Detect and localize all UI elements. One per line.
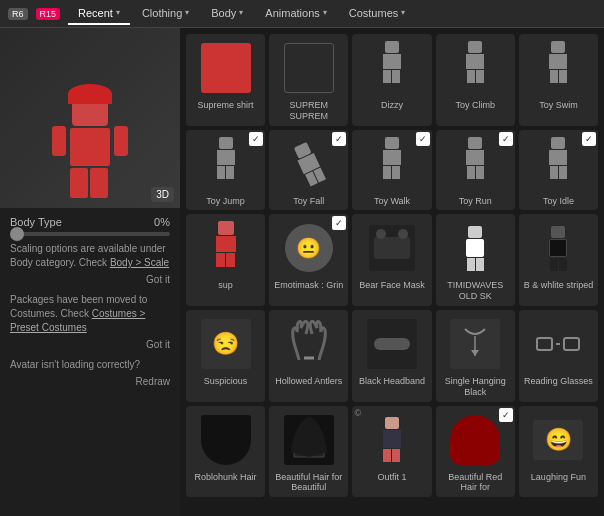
top-nav: R6 R15 Recent ▾ Clothing ▾ Body ▾ Animat… bbox=[0, 0, 604, 28]
item-label: Toy Jump bbox=[206, 196, 245, 207]
avatar-legs bbox=[70, 168, 110, 198]
item-label: Laughing Fun bbox=[531, 472, 586, 483]
avatar-arm-left bbox=[52, 126, 66, 156]
avatar-leg-right bbox=[90, 168, 108, 198]
got-it-button-2[interactable]: Got it bbox=[10, 339, 170, 350]
item-thumbnail bbox=[196, 218, 256, 278]
item-label: sup bbox=[218, 280, 233, 291]
item-toy-fall[interactable]: ✓ Toy Fall bbox=[269, 130, 348, 211]
right-panel[interactable]: Supreme shirtSUPREM SUPREM Dizzy Toy Cli… bbox=[180, 28, 604, 516]
item-thumbnail bbox=[362, 410, 422, 470]
chevron-down-icon: ▾ bbox=[185, 8, 189, 17]
item-sup[interactable]: sup bbox=[186, 214, 265, 306]
item-laughing-fun[interactable]: 😄Laughing Fun bbox=[519, 406, 598, 498]
slider-thumb bbox=[10, 227, 24, 241]
tab-costumes[interactable]: Costumes ▾ bbox=[339, 3, 416, 25]
avatar-preview: 3D bbox=[0, 28, 180, 208]
item-thumbnail bbox=[445, 134, 505, 194]
item-thumbnail bbox=[528, 218, 588, 278]
item-supreme-shirt[interactable]: Supreme shirt bbox=[186, 34, 265, 126]
item-label: Black Headband bbox=[359, 376, 425, 387]
item-bear-face-mask[interactable]: Bear Face Mask bbox=[352, 214, 431, 306]
item-thumbnail bbox=[528, 38, 588, 98]
item-label: SUPREM SUPREM bbox=[273, 100, 344, 122]
avatar-error-text: Avatar isn't loading correctly? bbox=[10, 358, 170, 372]
item-toy-run[interactable]: ✓ Toy Run bbox=[436, 130, 515, 211]
item-label: Toy Swim bbox=[539, 100, 578, 111]
avatar-leg-left bbox=[70, 168, 88, 198]
item-label: Emotimask : Grin bbox=[274, 280, 343, 291]
item-reading-glasses[interactable]: Reading Glasses bbox=[519, 310, 598, 402]
item-thumbnail bbox=[362, 134, 422, 194]
item-thumbnail bbox=[196, 38, 256, 98]
avatar-hair bbox=[68, 84, 112, 104]
left-panel: 3D Body Type 0% Scaling options are avai… bbox=[0, 28, 180, 516]
item-thumbnail: 😒 bbox=[196, 314, 256, 374]
item-beautiful-red-hair[interactable]: ✓Beautiful Red Hair for bbox=[436, 406, 515, 498]
item-label: Reading Glasses bbox=[524, 376, 593, 387]
body-type-pct: 0% bbox=[154, 216, 170, 228]
item-label: Hollowed Antlers bbox=[275, 376, 342, 387]
item-thumbnail bbox=[362, 38, 422, 98]
scale-info-text: Scaling options are available under Body… bbox=[10, 242, 170, 270]
item-label: Suspicious bbox=[204, 376, 248, 387]
avatar-head bbox=[72, 92, 108, 126]
item-label: Outfit 1 bbox=[377, 472, 406, 483]
item-outfit-1[interactable]: © Outfit 1 bbox=[352, 406, 431, 498]
got-it-button-1[interactable]: Got it bbox=[10, 274, 170, 285]
item-beautiful-hair[interactable]: Beautiful Hair for Beautiful bbox=[269, 406, 348, 498]
item-label: TIMIDWAVES OLD SK bbox=[440, 280, 511, 302]
item-dizzy[interactable]: Dizzy bbox=[352, 34, 431, 126]
item-label: Beautiful Hair for Beautiful bbox=[273, 472, 344, 494]
body-type-slider[interactable] bbox=[10, 232, 170, 236]
tab-body[interactable]: Body ▾ bbox=[201, 3, 253, 25]
item-label: Supreme shirt bbox=[198, 100, 254, 111]
item-thumbnail bbox=[528, 314, 588, 374]
item-suprem-suprem[interactable]: SUPREM SUPREM bbox=[269, 34, 348, 126]
item-label: Roblohunk Hair bbox=[195, 472, 257, 483]
tab-recent[interactable]: Recent ▾ bbox=[68, 3, 130, 25]
item-thumbnail bbox=[445, 410, 505, 470]
svg-marker-2 bbox=[471, 350, 479, 356]
item-hollowed-antlers[interactable]: Hollowed Antlers bbox=[269, 310, 348, 402]
avatar-arms bbox=[52, 126, 128, 156]
chevron-down-icon: ▾ bbox=[239, 8, 243, 17]
item-toy-idle[interactable]: ✓ Toy Idle bbox=[519, 130, 598, 211]
left-info: Body Type 0% Scaling options are availab… bbox=[0, 208, 180, 395]
item-label: B & whlite striped bbox=[524, 280, 594, 291]
body-scale-link[interactable]: Body > Scale bbox=[110, 257, 169, 268]
item-thumbnail bbox=[196, 410, 256, 470]
avatar-torso bbox=[70, 128, 110, 166]
item-label: Dizzy bbox=[381, 100, 403, 111]
item-b-white-striped[interactable]: B & whlite striped bbox=[519, 214, 598, 306]
item-single-hanging-black[interactable]: Single Hanging Black bbox=[436, 310, 515, 402]
item-black-headband[interactable]: Black Headband bbox=[352, 310, 431, 402]
3d-badge[interactable]: 3D bbox=[151, 187, 174, 202]
item-roblohunk-hair[interactable]: Roblohunk Hair bbox=[186, 406, 265, 498]
item-thumbnail bbox=[362, 218, 422, 278]
item-thumbnail bbox=[279, 410, 339, 470]
item-thumbnail: 😄 bbox=[528, 410, 588, 470]
tab-animations[interactable]: Animations ▾ bbox=[255, 3, 336, 25]
tab-clothing[interactable]: Clothing ▾ bbox=[132, 3, 199, 25]
item-thumbnail bbox=[445, 314, 505, 374]
avatar-arm-right bbox=[114, 126, 128, 156]
item-emotimask-grin[interactable]: ✓😐Emotimask : Grin bbox=[269, 214, 348, 306]
item-label: Bear Face Mask bbox=[359, 280, 425, 291]
items-grid: Supreme shirtSUPREM SUPREM Dizzy Toy Cli… bbox=[186, 34, 598, 497]
item-timidwaves-old[interactable]: TIMIDWAVES OLD SK bbox=[436, 214, 515, 306]
chevron-down-icon: ▾ bbox=[401, 8, 405, 17]
item-toy-climb[interactable]: Toy Climb bbox=[436, 34, 515, 126]
body-type-row: Body Type 0% bbox=[10, 216, 170, 228]
item-suspicious[interactable]: 😒Suspicious bbox=[186, 310, 265, 402]
redraw-button[interactable]: Redraw bbox=[10, 376, 170, 387]
chevron-down-icon: ▾ bbox=[116, 8, 120, 17]
item-label: Toy Run bbox=[459, 196, 492, 207]
item-toy-swim[interactable]: Toy Swim bbox=[519, 34, 598, 126]
item-toy-walk[interactable]: ✓ Toy Walk bbox=[352, 130, 431, 211]
item-label: Toy Walk bbox=[374, 196, 410, 207]
item-label: Toy Idle bbox=[543, 196, 574, 207]
item-label: Single Hanging Black bbox=[440, 376, 511, 398]
item-toy-jump[interactable]: ✓ Toy Jump bbox=[186, 130, 265, 211]
item-thumbnail bbox=[196, 134, 256, 194]
